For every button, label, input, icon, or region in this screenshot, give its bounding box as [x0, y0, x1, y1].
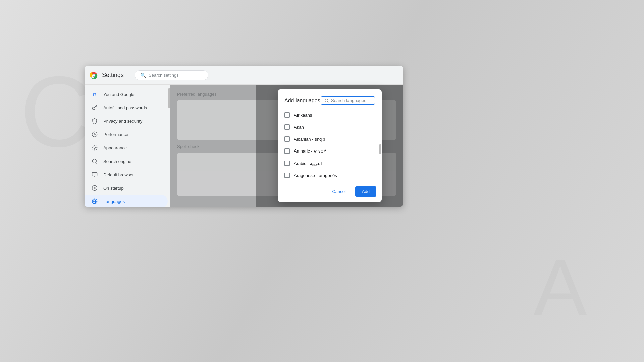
sidebar-label-you-and-google: You and Google — [103, 92, 135, 97]
sidebar-label-performance: Performance — [103, 132, 128, 137]
svg-point-2 — [92, 107, 95, 110]
arabic-checkbox[interactable] — [284, 161, 290, 166]
list-item[interactable]: Arabic - العربية — [278, 157, 382, 169]
list-item[interactable]: Albanian - shqip — [278, 133, 382, 145]
sidebar-item-performance[interactable]: Performance — [85, 128, 168, 141]
svg-point-9 — [92, 186, 97, 191]
aragonese-checkbox[interactable] — [284, 173, 290, 178]
sidebar-item-autofill[interactable]: Autofill and passwords — [85, 101, 168, 114]
dialog-actions: Cancel Add — [278, 182, 382, 197]
amharic-label: Amharic - አማርኛ — [294, 148, 326, 154]
dialog-overlay: Add languages Afrikaans — [256, 85, 403, 207]
akan-checkbox[interactable] — [284, 124, 290, 130]
sidebar-label-languages: Languages — [103, 199, 125, 204]
language-list: Afrikaans Akan Albanian - shqip — [278, 109, 382, 182]
key-icon — [91, 104, 98, 111]
sidebar-label-search-engine: Search engine — [103, 159, 131, 164]
arabic-label: Arabic - العربية — [294, 161, 322, 166]
main-content-area: Preferred languages Spell check Add lang… — [170, 85, 403, 207]
add-languages-dialog: Add languages Afrikaans — [278, 89, 382, 202]
lang-list-scrollbar[interactable] — [379, 144, 381, 154]
afrikaans-label: Afrikaans — [294, 113, 312, 118]
chrome-logo-icon — [90, 71, 98, 79]
afrikaans-checkbox[interactable] — [284, 112, 290, 118]
search-icon: 🔍 — [140, 73, 146, 78]
search-settings-placeholder: Search settings — [149, 73, 179, 78]
sidebar-label-autofill: Autofill and passwords — [103, 105, 147, 110]
bg-decoration-2: A — [533, 241, 627, 335]
sidebar-item-appearance[interactable]: Appearance — [85, 141, 168, 155]
sidebar-item-default-browser[interactable]: Default browser — [85, 168, 168, 181]
albanian-label: Albanian - shqip — [294, 137, 325, 142]
svg-marker-10 — [94, 187, 96, 189]
search-languages-input[interactable] — [331, 98, 371, 103]
performance-icon — [91, 131, 98, 138]
sidebar-item-languages[interactable]: Languages — [85, 195, 168, 207]
dialog-title: Add languages — [284, 98, 320, 104]
sidebar: G You and Google Autofill and passwords … — [85, 85, 170, 207]
dialog-search-container[interactable] — [321, 96, 375, 105]
page-title: Settings — [102, 72, 124, 79]
sidebar-item-privacy[interactable]: Privacy and security — [85, 114, 168, 128]
search-engine-icon — [91, 158, 98, 165]
list-item[interactable]: Afrikaans — [278, 109, 382, 121]
startup-icon — [91, 185, 98, 191]
sidebar-item-on-startup[interactable]: On startup — [85, 181, 168, 195]
settings-header: Settings 🔍 Search settings — [85, 66, 403, 85]
svg-point-5 — [92, 159, 96, 163]
dialog-search-icon — [324, 98, 329, 103]
browser-icon — [91, 171, 98, 178]
google-icon: G — [91, 91, 98, 98]
albanian-checkbox[interactable] — [284, 136, 290, 142]
browser-window: Settings 🔍 Search settings G You and Goo… — [85, 66, 403, 207]
shield-icon — [91, 118, 98, 124]
list-item[interactable]: Aragonese - aragonés — [278, 169, 382, 181]
appearance-icon — [91, 144, 98, 151]
list-item[interactable]: Armenian - հայերեն — [278, 181, 382, 182]
amharic-checkbox[interactable] — [284, 148, 290, 154]
sidebar-item-search-engine[interactable]: Search engine — [85, 155, 168, 168]
svg-point-1 — [93, 74, 95, 76]
akan-label: Akan — [294, 125, 304, 130]
svg-point-4 — [94, 147, 96, 149]
list-item[interactable]: Amharic - አማርኛ — [278, 145, 382, 157]
search-settings-bar[interactable]: 🔍 Search settings — [135, 70, 208, 80]
list-item[interactable]: Akan — [278, 121, 382, 133]
sidebar-label-on-startup: On startup — [103, 186, 124, 191]
sidebar-label-appearance: Appearance — [103, 145, 127, 150]
cancel-button[interactable]: Cancel — [325, 186, 352, 197]
add-button[interactable]: Add — [355, 186, 376, 197]
dialog-header: Add languages — [278, 96, 382, 109]
sidebar-label-default-browser: Default browser — [103, 172, 134, 177]
svg-rect-6 — [92, 172, 97, 176]
sidebar-item-you-and-google[interactable]: G You and Google — [85, 87, 168, 101]
sidebar-label-privacy: Privacy and security — [103, 119, 142, 124]
svg-point-20 — [325, 99, 328, 102]
aragonese-label: Aragonese - aragonés — [294, 173, 337, 178]
settings-content: G You and Google Autofill and passwords … — [85, 85, 403, 207]
languages-icon — [91, 198, 98, 205]
